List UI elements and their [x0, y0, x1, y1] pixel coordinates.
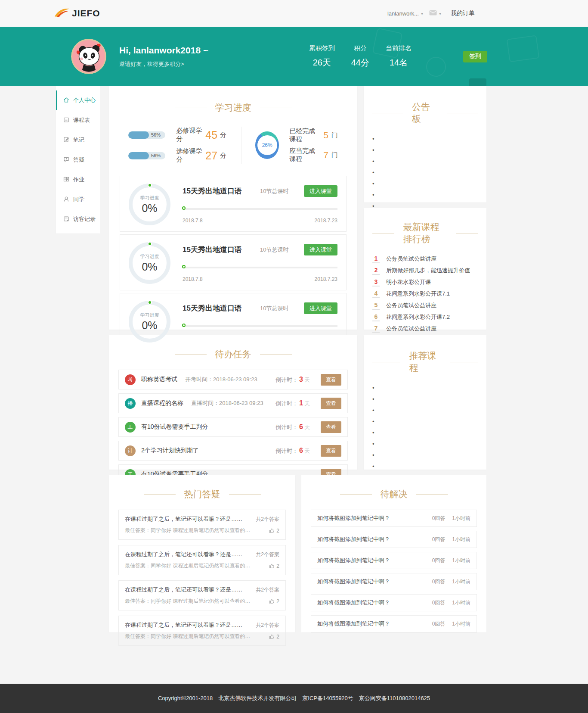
pending-item[interactable]: 如何将截图添加到笔记中啊？ 0回答 1小时前 [311, 531, 477, 548]
notice-item[interactable] [372, 156, 478, 167]
ranking-row[interactable]: 7 公务员笔试公益讲座 [372, 323, 478, 334]
pending-questions-card: 待解决 如何将截图添加到笔记中啊？ 0回答 1小时前 如何将截图添加到笔记中啊？… [301, 475, 486, 632]
view-button[interactable]: 查看 [321, 398, 341, 409]
recommended-item[interactable] [372, 439, 478, 450]
notice-item[interactable] [372, 178, 478, 190]
pending-question: 如何将截图添加到笔记中啊？ [317, 578, 432, 585]
qa-answer-count: 共2个答案 [256, 622, 279, 629]
ranking-row[interactable]: 1 公务员笔试公益讲座 [372, 253, 478, 265]
enter-classroom-button[interactable]: 进入课堂 [304, 302, 337, 314]
qa-item[interactable]: 在课程过期了之后，笔记还可以看嘛？还是…… 共2个答案 最佳答案：同学你好 课程… [118, 616, 286, 646]
rank-number: 1 [372, 255, 380, 263]
sidebar-item-personal-center[interactable]: 个人中心 [56, 90, 100, 110]
sidebar: 个人中心 课程表 笔记 答疑 作业 同学 访客记录 [56, 86, 100, 234]
course-timeline [183, 325, 337, 327]
qa-question: 在课程过期了之后，笔记还可以看嘛？还是…… [125, 586, 251, 594]
rank-number: 6 [372, 313, 380, 321]
section-title-hot-qa: 热门答疑 [118, 488, 286, 500]
section-title-notice-board: 公告板 [372, 101, 478, 125]
rank-course-title: 公务员笔试公益讲座 [386, 302, 436, 309]
pending-question: 如何将截图添加到笔记中啊？ [317, 557, 432, 564]
qa-item[interactable]: 在课程过期了之后，笔记还可以看嘛？还是…… 共2个答案 最佳答案：同学你好 课程… [118, 510, 286, 540]
qa-likes[interactable]: 2 [269, 528, 279, 534]
credit-bar-row: 56% 必修课学分 45 分 [128, 127, 226, 143]
task-type-badge: 播 [125, 398, 136, 409]
course-progress-ring: 学习进度 0% [129, 301, 170, 342]
enter-classroom-button[interactable]: 进入课堂 [304, 185, 337, 197]
pending-item[interactable]: 如何将截图添加到笔记中啊？ 0回答 1小时前 [311, 594, 477, 611]
ranking-row[interactable]: 3 明小花水彩公开课 [372, 276, 478, 288]
qa-likes[interactable]: 2 [269, 634, 279, 640]
credit-label: 必修课学分 [176, 127, 203, 143]
sidebar-item-homework[interactable]: 作业 [56, 170, 100, 190]
stat-label: 当前排名 [386, 44, 412, 53]
task-row: 考 职称英语考试 开考时间：2018-06-23 09:23 倒计时： 3 天 … [118, 370, 348, 389]
task-title: 2个学习计划快到期了 [141, 447, 199, 455]
recommended-courses-card: 推荐课程 [364, 335, 486, 470]
qa-best-answer: 最佳答案：同学你好 课程过期后笔记仍然可以查看的… [125, 598, 265, 605]
view-button[interactable]: 查看 [321, 374, 341, 386]
home-icon [63, 97, 70, 105]
rank-number: 3 [372, 278, 380, 286]
qa-item[interactable]: 在课程过期了之后，笔记还可以看嘛？还是…… 共2个答案 最佳答案：同学你好 课程… [118, 545, 286, 575]
avatar [71, 39, 106, 74]
course-ranking-card: 最新课程排行榜 1 公务员笔试公益讲座 2 后期做好那几步，能迅速提升价值 3 … [364, 208, 486, 330]
recommended-item[interactable] [372, 383, 478, 394]
course-start-date: 2018.7.8 [183, 218, 203, 224]
recommended-item[interactable] [372, 461, 478, 472]
ranking-row[interactable]: 2 后期做好那几步，能迅速提升价值 [372, 265, 478, 276]
pending-question: 如何将截图添加到笔记中啊？ [317, 536, 432, 543]
task-type-badge: 工 [125, 422, 136, 433]
user-menu[interactable]: lanlanwork... ▾ [387, 10, 423, 17]
pending-reply-count: 0回答 [432, 557, 446, 564]
rank-course-title: 后期做好那几步，能迅速提升价值 [386, 267, 470, 274]
sidebar-item-classmates[interactable]: 同学 [56, 190, 100, 209]
pending-item[interactable]: 如何将截图添加到笔记中啊？ 0回答 1小时前 [311, 573, 477, 590]
pending-item[interactable]: 如何将截图添加到笔记中啊？ 0回答 1小时前 [311, 615, 477, 632]
notice-item[interactable] [372, 134, 478, 145]
ranking-row[interactable]: 5 公务员笔试公益讲座 [372, 299, 478, 311]
recommended-item[interactable] [372, 427, 478, 439]
view-button[interactable]: 查看 [321, 445, 341, 457]
sidebar-item-qa[interactable]: 答疑 [56, 150, 100, 170]
task-row: 工 有10份试卷需要手工判分 倒计时： 6 天 查看 [118, 417, 348, 437]
qa-likes[interactable]: 2 [269, 563, 279, 569]
recommended-item[interactable] [372, 450, 478, 461]
enter-classroom-button[interactable]: 进入课堂 [304, 244, 337, 255]
task-row: 计 2个学习计划快到期了 倒计时： 6 天 查看 [118, 441, 348, 461]
sign-in-button[interactable]: 签到 [463, 51, 487, 62]
view-button[interactable]: 查看 [321, 421, 341, 433]
sidebar-item-label: 笔记 [73, 136, 84, 144]
messages-menu[interactable]: ▾ [429, 10, 441, 17]
rank-course-title: 花间意系列水彩公开课7.1 [386, 290, 450, 298]
credit-value: 45 [205, 129, 217, 141]
qa-like-count: 2 [276, 528, 279, 534]
invite-friends-link[interactable]: 邀请好友，获得更多积分> [119, 60, 208, 68]
recommended-item[interactable] [372, 416, 478, 427]
pending-question: 如何将截图添加到笔记中啊？ [317, 599, 432, 607]
username: lanlanwork... [387, 10, 419, 17]
logo-text: JIEFO [72, 8, 100, 19]
ranking-row[interactable]: 6 花间意系列水彩公开课7.2 [372, 311, 478, 323]
pending-item[interactable]: 如何将截图添加到笔记中啊？ 0回答 1小时前 [311, 552, 477, 569]
notice-item[interactable] [372, 190, 478, 201]
pending-reply-count: 0回答 [432, 536, 446, 543]
ranking-row[interactable]: 4 花间意系列水彩公开课7.1 [372, 288, 478, 299]
qa-list: 在课程过期了之后，笔记还可以看嘛？还是…… 共2个答案 最佳答案：同学你好 课程… [118, 510, 286, 646]
brand-logo[interactable]: JIEFO [54, 7, 100, 20]
recommended-item[interactable] [372, 394, 478, 405]
sidebar-item-label: 同学 [73, 196, 84, 203]
qa-item[interactable]: 在课程过期了之后，笔记还可以看嘛？还是…… 共2个答案 最佳答案：同学你好 课程… [118, 580, 286, 610]
stat-label: 积分 [351, 44, 369, 53]
hero-text: Hi, lanlanwork2018 ~ 邀请好友，获得更多积分> [119, 45, 208, 68]
notice-item[interactable] [372, 167, 478, 178]
sidebar-item-visitor-log[interactable]: 访客记录 [56, 209, 100, 229]
my-orders-link[interactable]: 我的订单 [451, 9, 475, 17]
sidebar-item-schedule[interactable]: 课程表 [56, 110, 100, 130]
sidebar-item-notes[interactable]: 笔记 [56, 130, 100, 150]
notice-item[interactable] [372, 145, 478, 156]
pending-item[interactable]: 如何将截图添加到笔记中啊？ 0回答 1小时前 [311, 510, 477, 527]
qa-question: 在课程过期了之后，笔记还可以看嘛？还是…… [125, 551, 251, 558]
recommended-item[interactable] [372, 405, 478, 416]
qa-likes[interactable]: 2 [269, 598, 279, 604]
